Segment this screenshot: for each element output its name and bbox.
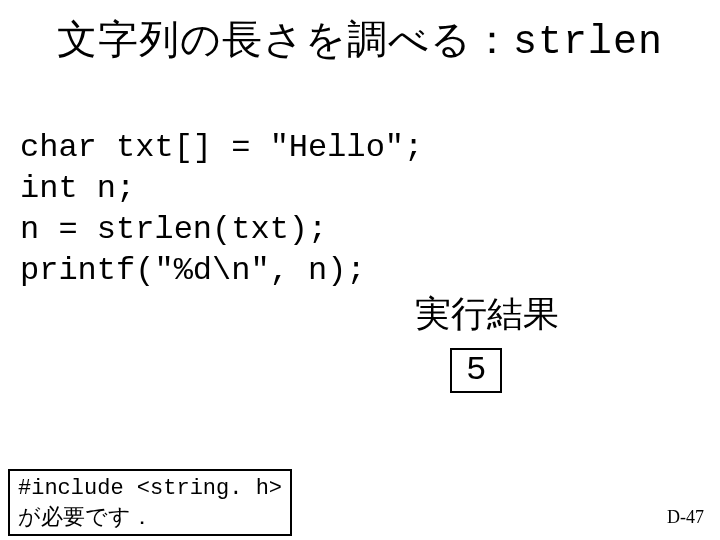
include-note-text: が必要です． bbox=[18, 504, 153, 529]
code-line-1: char txt[] = "Hello"; bbox=[20, 129, 423, 166]
slide-title: 文字列の長さを調べる：strlen bbox=[0, 12, 720, 67]
code-line-4: printf("%d\n", n); bbox=[20, 252, 366, 289]
code-line-2: int n; bbox=[20, 170, 135, 207]
code-block: char txt[] = "Hello"; int n; n = strlen(… bbox=[20, 87, 720, 292]
result-output: 5 bbox=[450, 348, 502, 393]
code-line-3: n = strlen(txt); bbox=[20, 211, 327, 248]
page-number: D-47 bbox=[667, 507, 704, 528]
title-function-name: strlen bbox=[513, 20, 663, 65]
result-label: 実行結果 bbox=[415, 290, 559, 339]
title-text: 文字列の長さを調べる： bbox=[57, 17, 513, 61]
include-note: #include <string. h> が必要です． bbox=[8, 469, 292, 536]
include-directive: #include <string. h> bbox=[18, 476, 282, 501]
